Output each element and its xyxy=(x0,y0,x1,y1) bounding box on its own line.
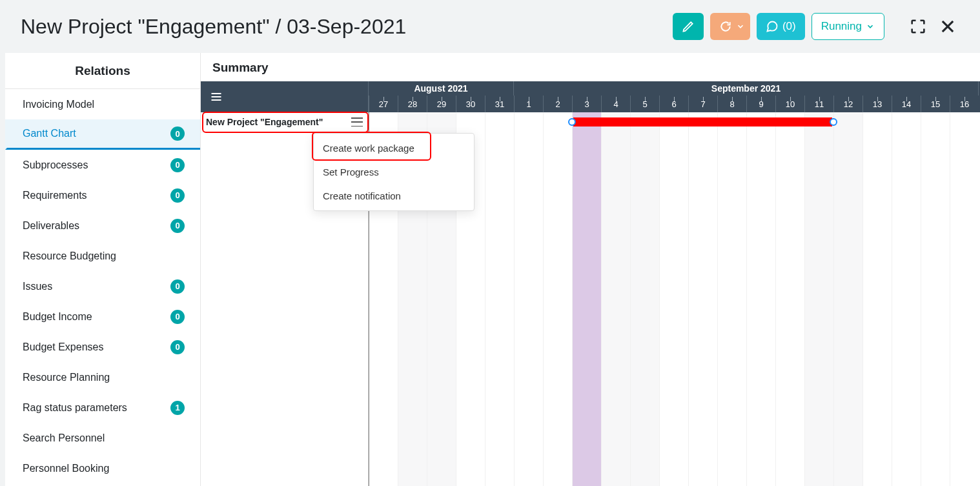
comments-count: (0) xyxy=(782,20,796,33)
refresh-icon xyxy=(719,20,732,33)
count-badge: 0 xyxy=(170,188,185,203)
day-header-cell: 11 xyxy=(804,96,833,112)
timeline-column xyxy=(863,112,892,486)
count-badge: 0 xyxy=(170,127,185,141)
count-badge: 0 xyxy=(170,219,185,233)
sidebar-item[interactable]: Deliverables0 xyxy=(5,210,200,241)
close-button[interactable] xyxy=(936,15,959,38)
page-header: New Project "Engagement" / 03-Sep-2021 (… xyxy=(0,0,980,53)
task-context-menu: Create work packageSet ProgressCreate no… xyxy=(313,133,475,211)
sidebar-item-label: Search Personnel xyxy=(23,432,105,444)
sidebar-item[interactable]: Personnel Booking xyxy=(5,453,200,483)
day-header-cell: 6 xyxy=(659,96,688,112)
month-header-cell: August 2021 xyxy=(369,81,514,96)
chevron-down-icon xyxy=(866,22,875,31)
context-menu-item[interactable]: Create notification xyxy=(314,184,474,208)
sidebar-item-label: Budget Income xyxy=(23,311,92,323)
sidebar-item[interactable]: Subprocesses0 xyxy=(5,150,200,180)
day-header-cell: 14 xyxy=(892,96,921,112)
day-header-cell: 29 xyxy=(427,96,456,112)
task-row[interactable]: New Project "Engagement" xyxy=(201,112,368,132)
page-title: New Project "Engagement" / 03-Sep-2021 xyxy=(21,15,406,39)
comments-button[interactable]: (0) xyxy=(757,13,805,40)
content-area: Relations Invoicing ModelGantt Chart0Sub… xyxy=(0,53,980,486)
bar-end-handle[interactable] xyxy=(830,118,837,126)
day-header-cell: 16 xyxy=(950,96,979,112)
timeline-column xyxy=(514,112,543,486)
gantt-timeline-header: August 2021September 2021 27282930311234… xyxy=(369,81,980,112)
sidebar-title: Relations xyxy=(5,53,200,89)
timeline-column xyxy=(921,112,950,486)
context-menu-item[interactable]: Create work package xyxy=(314,136,474,160)
pencil-icon xyxy=(682,20,695,33)
fullscreen-icon xyxy=(909,17,927,35)
timeline-column xyxy=(717,112,746,486)
gantt-left-header xyxy=(201,81,369,112)
day-header-cell: 8 xyxy=(717,96,746,112)
sidebar-item[interactable]: Issues0 xyxy=(5,271,200,301)
count-badge: 0 xyxy=(170,158,185,172)
sidebar-item-label: Rag status parameters xyxy=(23,402,127,414)
comment-icon xyxy=(766,20,779,33)
gantt-task-bar[interactable] xyxy=(573,116,832,128)
day-header-cell: 10 xyxy=(775,96,804,112)
sidebar-item[interactable]: Requirements0 xyxy=(5,180,200,210)
timeline-column xyxy=(746,112,775,486)
sidebar-item[interactable]: Gantt Chart0 xyxy=(5,119,200,150)
gantt-header: August 2021September 2021 27282930311234… xyxy=(201,81,980,112)
day-header-cell: 15 xyxy=(921,96,950,112)
timeline-column xyxy=(688,112,717,486)
sidebar-item-label: Resource Budgeting xyxy=(23,250,116,262)
bar-fill xyxy=(573,117,832,127)
main-section-title: Summary xyxy=(201,53,980,81)
fullscreen-button[interactable] xyxy=(906,15,930,38)
sidebar-item[interactable]: Budget Income0 xyxy=(5,301,200,332)
day-header-cell: 12 xyxy=(833,96,863,112)
sidebar-item-label: Deliverables xyxy=(23,220,79,232)
timeline-column xyxy=(572,112,601,486)
timeline-column xyxy=(950,112,979,486)
day-header-cell: 7 xyxy=(688,96,717,112)
sidebar-item-label: Invoicing Model xyxy=(23,99,94,110)
sidebar-item[interactable]: Budget Expenses0 xyxy=(5,332,200,362)
status-dropdown-button[interactable]: Running xyxy=(812,13,884,40)
header-actions: (0) Running xyxy=(673,13,959,40)
day-header-cell: 4 xyxy=(601,96,630,112)
timeline-column xyxy=(892,112,921,486)
timeline-column xyxy=(543,112,572,486)
edit-button[interactable] xyxy=(673,13,704,40)
sidebar-item[interactable]: Resource Budgeting xyxy=(5,241,200,271)
refresh-dropdown-button[interactable] xyxy=(710,13,750,40)
timeline-column xyxy=(659,112,688,486)
sidebar-item[interactable]: Invoicing Model xyxy=(5,89,200,119)
task-name: New Project "Engagement" xyxy=(206,117,323,127)
sidebar-item[interactable]: Rag status parameters1 xyxy=(5,392,200,423)
context-menu-item[interactable]: Set Progress xyxy=(314,160,474,184)
gantt-bar-track xyxy=(369,112,980,132)
day-header-cell: 13 xyxy=(863,96,892,112)
main-panel: Summary August 2021September 2021 272829… xyxy=(201,53,980,486)
menu-icon[interactable] xyxy=(209,90,224,103)
sidebar-item-label: Resource Planning xyxy=(23,372,110,383)
sidebar-item-label: Gantt Chart xyxy=(23,128,76,139)
sidebar-item[interactable]: Resource Planning xyxy=(5,362,200,392)
sidebar-item-label: Requirements xyxy=(23,190,87,201)
task-menu-icon[interactable] xyxy=(351,117,363,127)
count-badge: 0 xyxy=(170,279,185,294)
relations-sidebar: Relations Invoicing ModelGantt Chart0Sub… xyxy=(5,53,201,486)
gantt-chart: August 2021September 2021 27282930311234… xyxy=(201,81,980,486)
count-badge: 0 xyxy=(170,340,185,354)
day-header-cell: 9 xyxy=(746,96,775,112)
chevron-down-icon xyxy=(736,22,745,31)
status-label: Running xyxy=(821,20,862,33)
day-header-cell: 27 xyxy=(369,96,398,112)
timeline-column xyxy=(804,112,833,486)
sidebar-item[interactable]: Search Personnel xyxy=(5,423,200,453)
close-icon xyxy=(939,17,957,35)
bar-start-handle[interactable] xyxy=(568,118,576,126)
timeline-column xyxy=(775,112,804,486)
day-header-cell: 3 xyxy=(572,96,601,112)
day-header-cell: 1 xyxy=(514,96,543,112)
sidebar-item-label: Issues xyxy=(23,281,52,292)
day-header-cell: 30 xyxy=(456,96,485,112)
